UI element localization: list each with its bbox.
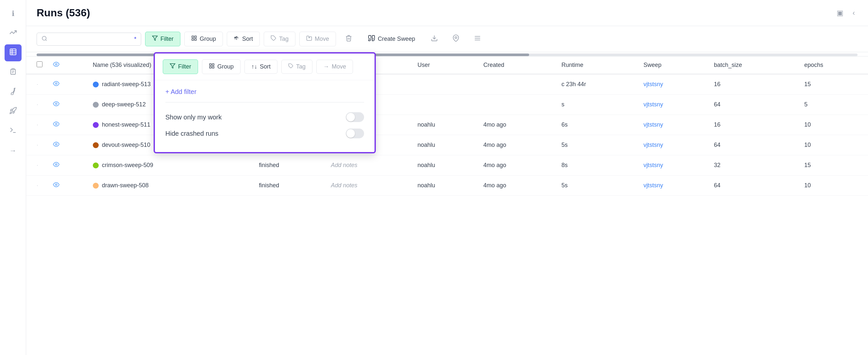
run-color-dot xyxy=(93,163,99,168)
move-icon xyxy=(306,35,312,43)
create-sweep-button[interactable]: Create Sweep xyxy=(362,31,422,47)
run-epochs: 10 xyxy=(804,182,811,188)
sidebar-icon-rocket[interactable] xyxy=(5,103,22,120)
filter-inner-group-button[interactable]: Group xyxy=(202,59,241,74)
run-sweep-link[interactable]: vjtstsny xyxy=(644,101,663,108)
sidebar-icon-arrow[interactable]: → xyxy=(5,142,22,159)
filter-dropdown: Filter Group ↑↓ Sort xyxy=(154,52,376,153)
tag-button[interactable]: Tag xyxy=(264,32,296,46)
run-user: noahlu xyxy=(417,121,435,128)
row-user-cell: noahlu xyxy=(412,115,478,135)
hide-crashed-runs-row: Hide crashed runs xyxy=(165,125,364,142)
sidebar-icon-clipboard[interactable] xyxy=(5,64,22,81)
row-eye-icon[interactable] xyxy=(53,181,60,188)
runs-table-wrapper[interactable]: Name (536 visualized) Status Notes User … xyxy=(26,57,868,355)
filter-inner-sort-label: Sort xyxy=(260,63,271,70)
col-checkbox xyxy=(26,57,48,74)
filter-inner-toolbar: Filter Group ↑↓ Sort xyxy=(155,54,374,80)
svg-rect-27 xyxy=(212,67,214,68)
row-batch-size-cell: 32 xyxy=(709,155,799,176)
row-eye-icon[interactable] xyxy=(53,161,60,168)
row-name-cell: drawn-sweep-508 xyxy=(88,176,254,196)
add-filter-link[interactable]: + Add filter xyxy=(165,88,196,95)
svg-rect-11 xyxy=(192,36,193,38)
filter-inner-group-label: Group xyxy=(217,63,234,70)
svg-point-35 xyxy=(56,184,57,186)
horizontal-scrollbar-area xyxy=(26,52,868,57)
run-sweep-link[interactable]: vjtstsny xyxy=(644,121,663,128)
row-eye-icon[interactable] xyxy=(53,80,60,87)
pin-icon xyxy=(452,35,460,43)
run-color-dot xyxy=(93,102,99,108)
svg-point-31 xyxy=(56,103,57,105)
drag-handle: · xyxy=(37,182,38,188)
row-user-cell: noahlu xyxy=(412,176,478,196)
pin-button[interactable] xyxy=(447,31,465,47)
filter-inner-move-label: Move xyxy=(332,63,346,70)
download-button[interactable] xyxy=(426,31,443,47)
select-all-checkbox[interactable] xyxy=(37,61,42,67)
row-eye-icon[interactable] xyxy=(53,141,60,147)
move-label: Move xyxy=(315,36,329,42)
collapse-button[interactable]: ‹ xyxy=(850,6,858,20)
run-notes-placeholder[interactable]: Add notes xyxy=(331,182,358,188)
filter-icon xyxy=(152,35,158,43)
sidebar-icon-terminal[interactable] xyxy=(5,123,22,140)
sort-button[interactable]: Sort xyxy=(227,32,260,46)
sidebar-icon-brush[interactable] xyxy=(5,83,22,101)
sidebar: ℹ xyxy=(0,0,26,355)
run-sweep-link[interactable]: vjtstsny xyxy=(644,142,663,148)
row-eye-icon[interactable] xyxy=(53,121,60,127)
row-created-cell: 4mo ago xyxy=(478,115,556,135)
run-user: noahlu xyxy=(417,142,435,148)
row-eye-cell xyxy=(48,135,88,155)
search-box[interactable]: * xyxy=(37,33,141,46)
sidebar-icon-chart[interactable] xyxy=(5,25,22,42)
row-status-cell: finished xyxy=(254,155,326,176)
run-epochs: 10 xyxy=(804,142,811,148)
row-epochs-cell: 10 xyxy=(799,176,868,196)
row-notes-cell[interactable]: Add notes xyxy=(326,155,412,176)
svg-rect-28 xyxy=(210,67,211,68)
filter-button[interactable]: Filter xyxy=(145,32,180,46)
hide-crashed-runs-toggle[interactable] xyxy=(346,129,364,138)
tag-icon xyxy=(271,35,277,43)
header-actions: ▣ ‹ xyxy=(834,6,858,20)
run-sweep-link[interactable]: vjtstsny xyxy=(644,162,663,168)
filter-inner-move-button[interactable]: → Move xyxy=(316,60,353,74)
group-button[interactable]: Group xyxy=(184,32,223,46)
eye-col-icon xyxy=(53,62,60,69)
row-batch-size-cell: 64 xyxy=(709,135,799,155)
show-only-my-work-toggle[interactable] xyxy=(346,112,364,122)
run-sweep-link[interactable]: vjtstsny xyxy=(644,182,663,188)
run-color-dot xyxy=(93,183,99,188)
filter-inner-sort-button[interactable]: ↑↓ Sort xyxy=(244,60,277,74)
sidebar-icon-table[interactable] xyxy=(5,44,22,61)
columns-icon xyxy=(474,35,481,43)
brush-icon xyxy=(9,87,17,97)
move-button[interactable]: Move xyxy=(299,32,336,46)
run-created: 4mo ago xyxy=(483,162,506,168)
panel-icon-button[interactable]: ▣ xyxy=(834,6,846,20)
row-eye-icon[interactable] xyxy=(53,101,60,107)
row-notes-cell[interactable]: Add notes xyxy=(326,176,412,196)
search-icon xyxy=(41,36,48,43)
create-sweep-label: Create Sweep xyxy=(378,36,415,42)
run-runtime: c 23h 44r xyxy=(561,81,586,87)
filter-inner-tag-button[interactable]: Tag xyxy=(281,60,312,74)
drag-handle: · xyxy=(37,101,38,108)
sidebar-icon-info[interactable]: ℹ xyxy=(5,5,22,22)
drag-handle: · xyxy=(37,81,38,87)
run-name-text: crimson-sweep-509 xyxy=(102,162,153,169)
columns-button[interactable] xyxy=(469,31,486,47)
table-row: · crimson-sweep-509 finished Add notes xyxy=(26,155,868,176)
filter-inner-filter-button[interactable]: Filter xyxy=(163,59,198,74)
run-sweep-link[interactable]: vjtstsny xyxy=(644,81,663,87)
search-input[interactable] xyxy=(50,36,132,42)
run-epochs: 15 xyxy=(804,162,811,168)
toolbar: * Filter Group xyxy=(26,26,868,52)
row-created-cell xyxy=(478,74,556,95)
delete-button[interactable] xyxy=(340,31,358,47)
run-color-dot xyxy=(93,142,99,148)
run-notes-placeholder[interactable]: Add notes xyxy=(331,162,358,168)
